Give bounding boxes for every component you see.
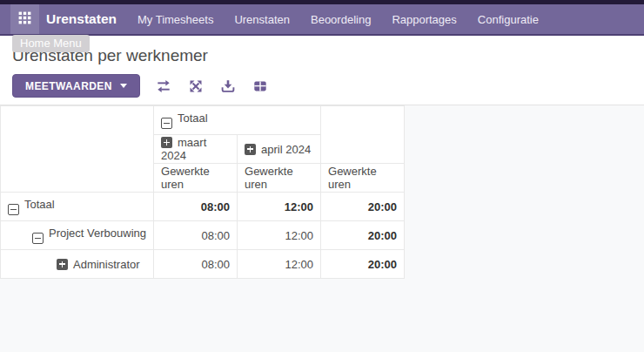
content-area: Totaal maart 2024 april 2024 Gewerkte ur… [0,105,644,352]
pivot-cell: 20:00 [321,193,405,221]
measures-button-label: MEETWAARDEN [25,80,112,92]
measures-dropdown-button[interactable]: MEETWAARDEN [12,74,140,98]
control-panel: Home Menu Urenstaten per werknemer MEETW… [0,36,644,105]
nav-item-configuratie[interactable]: Configuratie [478,13,539,26]
caret-down-icon [120,84,127,88]
pivot-header-row-group: Totaal [1,106,405,135]
apps-menu-button[interactable] [10,4,39,34]
pivot-corner-cell [1,106,154,193]
measure-header[interactable]: Gewerkte uren [238,164,321,193]
measure-header[interactable]: Gewerkte uren [321,164,405,193]
row-label-totaal[interactable]: Totaal [1,193,154,221]
pivot-cell: 20:00 [321,250,405,279]
expand-icon [161,137,172,148]
grand-total-header-cell [321,106,405,164]
col-group-totaal[interactable]: Totaal [154,106,321,135]
app-brand[interactable]: Urenstaten [46,4,117,34]
apps-grid-icon [18,11,31,28]
nav-item-my-timesheets[interactable]: My Timesheets [138,13,213,26]
nav-item-beoordeling[interactable]: Beoordeling [311,13,371,26]
pivot-toolbar: MEETWAARDEN [12,74,644,98]
row-label-administrator[interactable]: Administrator [1,250,154,279]
page-title: Urenstaten per werknemer [12,36,644,65]
pivot-cell: 08:00 [154,221,238,250]
pivot-cell: 08:00 [154,250,238,279]
pivot-cell: 20:00 [321,221,405,250]
expand-icon [245,144,256,155]
expand-all-icon [189,79,203,93]
pivot-cell: 08:00 [154,193,238,221]
nav-item-rapportages[interactable]: Rapportages [392,13,456,26]
pivot-row-project-verbouwing: Project Verbouwing 08:00 12:00 20:00 [1,221,405,250]
row-label-project-verbouwing[interactable]: Project Verbouwing [1,221,154,250]
flip-axes-button[interactable] [155,78,172,95]
nav-item-urenstaten[interactable]: Urenstaten [234,13,290,26]
col-header-maart-2024[interactable]: maart 2024 [154,135,238,164]
flip-axes-icon [157,79,171,93]
collapse-icon [8,204,19,215]
table-view-icon [253,79,267,93]
pivot-row-totaal: Totaal 08:00 12:00 20:00 [1,193,405,221]
top-navbar: Urenstaten My Timesheets Urenstaten Beoo… [0,4,644,36]
expand-icon [57,259,68,270]
expand-all-button[interactable] [187,78,205,95]
pivot-cell: 12:00 [238,221,321,250]
col-header-april-2024[interactable]: april 2024 [238,135,321,164]
download-button[interactable] [219,78,237,95]
pivot-cell: 12:00 [238,250,321,279]
measure-header[interactable]: Gewerkte uren [154,164,238,193]
collapse-icon [32,233,44,244]
pivot-row-administrator: Administrator 08:00 12:00 20:00 [1,250,405,279]
collapse-icon [161,118,172,129]
pivot-table: Totaal maart 2024 april 2024 Gewerkte ur… [0,105,405,279]
nav-menu: My Timesheets Urenstaten Beoordeling Rap… [125,4,549,34]
download-icon [221,79,235,93]
table-view-button[interactable] [252,78,269,95]
pivot-cell: 12:00 [238,193,321,221]
